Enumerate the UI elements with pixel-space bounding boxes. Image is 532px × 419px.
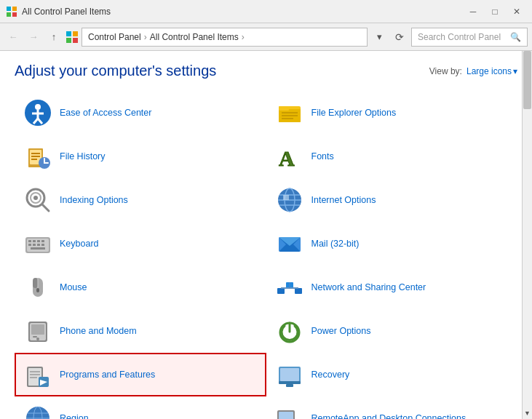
region-icon [23,404,52,419]
ease-of-access-label: Ease of Access Center [60,107,151,119]
region-label: Region [60,412,89,419]
svg-rect-46 [37,244,40,246]
svg-rect-16 [279,106,289,111]
path-separator-1: › [144,32,147,42]
svg-text:A: A [279,146,295,170]
svg-rect-22 [31,153,40,154]
refresh-button[interactable]: ⟳ [391,28,408,46]
svg-rect-7 [73,38,78,43]
address-path[interactable]: Control Panel › All Control Panel Items … [82,28,368,47]
file-explorer-icon [275,98,304,127]
svg-point-31 [33,196,38,200]
svg-rect-23 [31,156,40,157]
scrollbar-thumb[interactable] [523,51,531,109]
svg-rect-54 [33,278,38,288]
title-bar: All Control Panel Items ─ □ ✕ [0,0,532,23]
svg-rect-24 [31,159,37,160]
indexing-label: Indexing Options [60,194,128,206]
panel-item-fonts[interactable]: A A Fonts [266,135,518,178]
ease-of-access-icon [23,98,52,127]
phone-icon [23,316,52,346]
svg-rect-45 [33,244,36,246]
window-title: All Control Panel Items [22,7,111,17]
svg-point-69 [36,338,39,340]
svg-rect-40 [28,240,31,242]
forward-button[interactable]: → [25,28,42,46]
dropdown-button[interactable]: ▾ [370,28,388,46]
file-history-icon [23,142,52,171]
indexing-icon [23,185,52,215]
svg-rect-2 [7,12,11,17]
network-icon [275,273,304,302]
up-button[interactable]: ↑ [45,28,63,46]
panel-item-region[interactable]: Region [15,396,266,419]
view-by-label: View by: [429,66,462,76]
svg-rect-43 [41,240,44,242]
panel-item-mouse[interactable]: Mouse [15,266,266,309]
panel-item-remoteapp[interactable]: RemoteApp and Desktop Connections [266,396,518,419]
panel-item-mail[interactable]: Mail (32-bit) [266,222,518,266]
maximize-button[interactable]: □ [485,4,504,19]
mail-label: Mail (32-bit) [311,238,360,250]
mail-icon [275,229,304,258]
panel-item-phone[interactable]: Phone and Modem [15,309,266,353]
svg-rect-5 [73,31,78,36]
mouse-icon [23,273,52,302]
path-icon [65,31,79,44]
svg-rect-57 [277,288,285,294]
panel-item-ease-of-access[interactable]: Ease of Access Center [15,91,266,135]
address-bar: ← → ↑ Control Panel › All Control Panel … [0,23,532,51]
programs-icon [23,360,52,389]
main-content: Adjust your computer's settings View by:… [0,51,532,419]
recovery-label: Recovery [311,369,350,380]
search-box[interactable]: Search Control Panel 🔍 [411,28,528,47]
close-button[interactable]: ✕ [507,4,526,19]
svg-rect-6 [66,38,71,43]
minimize-button[interactable]: ─ [464,4,483,19]
panel-item-internet[interactable]: Internet Options [266,178,518,222]
svg-rect-4 [66,31,71,36]
network-label: Network and Sharing Center [311,282,426,293]
programs-label: Programs and Features [60,369,155,380]
svg-rect-37 [283,195,289,200]
page-title: Adjust your computer's settings [15,63,216,79]
svg-rect-59 [295,288,302,294]
panel-item-file-history[interactable]: File History [15,135,266,178]
panel-item-network[interactable]: Network and Sharing Center [266,266,518,309]
view-by-dropdown-icon: ▾ [513,66,517,76]
svg-rect-18 [282,115,298,116]
panel-item-keyboard[interactable]: Keyboard [15,222,266,266]
keyboard-icon [23,229,52,258]
phone-label: Phone and Modem [60,325,137,337]
view-by-value[interactable]: Large icons ▾ [467,66,517,76]
svg-rect-44 [28,244,31,246]
svg-line-30 [42,204,49,211]
svg-point-9 [35,104,41,110]
file-explorer-label: File Explorer Options [311,107,397,119]
panel-item-file-explorer[interactable]: File Explorer Options [266,91,518,135]
scrollbar-down-button[interactable]: ▼ [523,407,532,419]
svg-rect-83 [286,384,293,387]
svg-rect-56 [36,288,39,292]
panel-item-power[interactable]: Power Options [266,309,518,353]
svg-rect-0 [7,7,11,11]
internet-icon [275,185,304,215]
back-button[interactable]: ← [4,28,22,46]
svg-rect-42 [37,240,40,242]
mouse-label: Mouse [60,282,87,293]
svg-rect-90 [279,412,293,419]
svg-rect-41 [33,240,36,242]
path-item-control-panel: Control Panel [88,32,141,42]
svg-rect-68 [31,324,44,335]
panel-item-recovery[interactable]: Recovery [266,353,518,396]
panel-item-indexing[interactable]: Indexing Options [15,178,266,222]
panel-item-programs[interactable]: Programs and Features [15,353,266,396]
svg-rect-17 [282,112,298,113]
svg-rect-82 [279,381,301,384]
svg-rect-1 [12,7,17,11]
svg-rect-48 [31,247,45,250]
search-placeholder: Search Control Panel [418,32,501,42]
keyboard-label: Keyboard [60,238,99,250]
scrollbar[interactable]: ▲ ▼ [522,51,532,419]
page-header: Adjust your computer's settings View by:… [15,63,517,79]
